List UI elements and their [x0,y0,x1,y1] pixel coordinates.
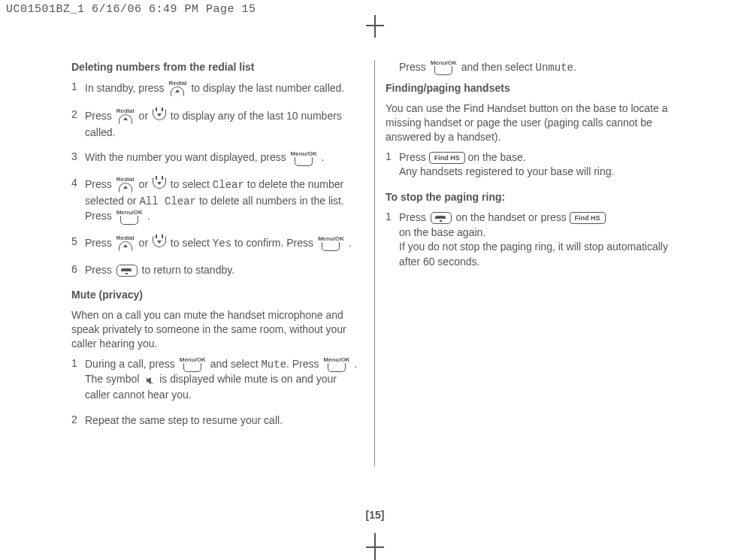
menu-option-all-clear: All Clear [139,195,196,207]
hangup-icon [431,212,452,224]
menu-ok-icon: Menu/OK [116,210,143,225]
find-step-1: 1 Press Find HS on the base. Any handset… [386,150,679,180]
column-divider [374,60,375,466]
crop-mark [366,546,384,548]
nav-down-icon [153,109,166,125]
hangup-icon [116,265,138,277]
menu-ok-icon: Menu/OK [324,357,350,372]
redial-up-icon: Redial [116,235,135,253]
step-2: 2 Press Redial or to display any of the … [71,108,364,141]
step-3: 3 With the number you want displayed, pr… [71,150,364,165]
menu-option-mute: Mute [261,359,286,371]
crop-mark [366,25,384,26]
step-4: 4 Press Redial or to select Clear to del… [71,177,364,225]
mute-intro: When on a call you can mute the handset … [71,308,364,351]
stop-step-1: 1 Press on the handset or press Find HS … [386,210,679,269]
menu-ok-icon: Menu/OK [431,60,457,75]
menu-option-unmute: Unmute [536,62,573,74]
finding-intro: You can use the Find Handset button on t… [386,101,679,144]
redial-up-icon: Redial [116,108,135,126]
menu-option-yes: Yes [213,238,231,250]
step-1: 1 In standby, press Redial to display th… [71,80,364,98]
heading-mute: Mute (privacy) [71,288,364,302]
step-6: 6 Press to return to standby. [71,263,364,278]
nav-down-icon [153,177,166,193]
menu-option-clear: Clear [213,179,244,191]
mute-step-2: 2 Repeat the same step to resume your ca… [71,413,364,428]
redial-up-icon: Redial [116,177,135,194]
left-column: Deleting numbers from the redial list 1 … [71,60,364,428]
find-hs-button-icon: Find HS [429,152,465,164]
menu-ok-icon: Menu/OK [180,357,206,372]
unmute-line: Press Menu/OK and then select Unmute. [386,60,679,75]
page-number: [15] [0,509,750,521]
crop-mark [374,15,376,38]
menu-ok-icon: Menu/OK [318,236,344,251]
heading-stop-paging: To stop the paging ring: [386,190,679,204]
step-5: 5 Press Redial or to select Yes to confi… [71,235,364,253]
heading-finding: Finding/paging handsets [386,81,679,95]
page-content: Deleting numbers from the redial list 1 … [71,60,679,500]
mute-step-1: 1 During a call, press Menu/OK and selec… [71,357,364,403]
heading-deleting: Deleting numbers from the redial list [71,60,364,74]
right-column: Press Menu/OK and then select Unmute. Fi… [386,60,679,280]
find-hs-button-icon: Find HS [570,212,606,224]
mute-symbol-icon: 🔇︎ [144,372,155,388]
nav-down-icon [153,236,166,252]
redial-up-icon: Redial [168,80,186,98]
menu-ok-icon: Menu/OK [291,151,317,166]
